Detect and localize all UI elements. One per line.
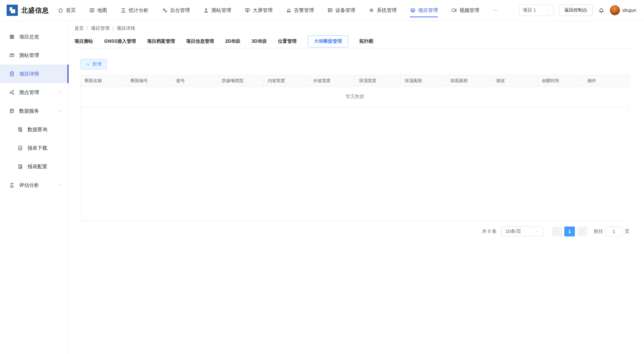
video-icon — [451, 7, 457, 13]
plus-icon — [86, 62, 90, 67]
main-content: 首页/项目管理/项目详情 项目测站GNSS接入管理项目档案管理项目信息管理2D布… — [69, 21, 644, 354]
bell-icon[interactable] — [598, 7, 605, 14]
tab-pane: 新增 断面名称断面编号桩号防渗墙类型内坡宽度外坡宽度坝顶宽度坝顶高程坝底高程描述… — [69, 48, 644, 236]
tab-项目档案管理[interactable]: 项目档案管理 — [147, 38, 175, 44]
tab-2D布设[interactable]: 2D布设 — [225, 38, 240, 44]
avatar[interactable] — [610, 5, 620, 15]
sidebar-item-label: 测点管理 — [19, 89, 39, 96]
screen-icon — [244, 7, 250, 13]
table-column-header: 断面名称 — [81, 75, 126, 86]
table-empty-row: 暂无数据 — [81, 86, 629, 107]
table-column-header: 坝底高程 — [446, 75, 492, 86]
sidebar-item-label: 数据服务 — [19, 108, 39, 114]
chart2-icon — [9, 182, 15, 188]
chevron-up-icon — [57, 109, 62, 113]
sidebar-item-report-download[interactable]: 报表下载 — [0, 139, 68, 157]
columns-icon — [9, 34, 15, 40]
table-column-header: 内坡宽度 — [264, 75, 309, 86]
table-column-header: 操作 — [583, 75, 629, 86]
nav-item-label: 项目管理 — [418, 7, 438, 14]
sidebar-item-label: 项目详情 — [19, 71, 39, 77]
table-column-header: 外坡宽度 — [309, 75, 355, 86]
more-icon — [493, 7, 498, 13]
tab-3D布设[interactable]: 3D布设 — [252, 38, 267, 44]
breadcrumb-item[interactable]: 首页 — [74, 25, 84, 31]
nav-item-more[interactable] — [493, 0, 498, 21]
tab-大坝断面管理[interactable]: 大坝断面管理 — [308, 35, 348, 47]
home-icon — [58, 7, 64, 13]
tab-位置管理[interactable]: 位置管理 — [278, 38, 297, 44]
sidebar-item-report-config[interactable]: 报表配置 — [0, 157, 68, 176]
sidebar-item-label: 数据查询 — [27, 126, 47, 133]
nav-item-stations[interactable]: 测站管理 — [203, 0, 231, 21]
table-column-header: 创建时间 — [538, 75, 583, 86]
sidebar-item-evaluation[interactable]: 评估分析 — [0, 176, 68, 194]
page-number-button[interactable]: 1 — [564, 227, 575, 236]
sidebar-item-label: 报表配置 — [27, 164, 47, 170]
nav-item-label: 首页 — [66, 7, 76, 14]
nav-item-label: 统计分析 — [129, 7, 149, 14]
table-column-header: 坝顶高程 — [401, 75, 446, 86]
sidebar-item-project-overview[interactable]: 项目总览 — [0, 27, 68, 46]
nav-item-bigscreen[interactable]: 大屏管理 — [244, 0, 273, 21]
tab-项目信息管理[interactable]: 项目信息管理 — [186, 38, 214, 44]
nav-item-devices[interactable]: 设备管理 — [327, 0, 355, 21]
page-size-select[interactable]: 10条/页 — [501, 227, 543, 236]
nav-item-video[interactable]: 视频管理 — [451, 0, 479, 21]
nav-item-label: 视频管理 — [459, 7, 479, 14]
project-select[interactable]: 项目 1 — [519, 5, 554, 16]
sidebar-item-label: 测站管理 — [19, 52, 39, 59]
goto-page-input[interactable] — [606, 227, 622, 236]
sidebar-item-point-mgmt[interactable]: 测点管理 — [0, 83, 68, 102]
table-column-header: 坝顶宽度 — [355, 75, 401, 86]
tab-bar: 项目测站GNSS接入管理项目档案管理项目信息管理2D布设3D布设位置管理大坝断面… — [74, 34, 632, 48]
sidebar-item-station-mgmt[interactable]: 测站管理 — [0, 46, 68, 65]
pagination-goto: 前往 页 — [594, 227, 629, 236]
tab-GNSS接入管理[interactable]: GNSS接入管理 — [104, 38, 136, 44]
nav-item-label: 系统管理 — [377, 7, 397, 14]
nav-item-backend[interactable]: 后台管理 — [162, 0, 190, 21]
nav-item-stats[interactable]: 统计分析 — [120, 0, 149, 21]
breadcrumb-separator: / — [87, 26, 88, 31]
topnav-right: 项目 1 返回控制台 shujun — [519, 5, 636, 16]
add-button-label: 新增 — [92, 61, 102, 67]
nav-item-home[interactable]: 首页 — [58, 0, 76, 21]
tab-拓扑图[interactable]: 拓扑图 — [360, 38, 373, 44]
chart-icon — [120, 7, 126, 13]
breadcrumb-item[interactable]: 项目管理 — [91, 25, 109, 31]
empty-text: 暂无数据 — [81, 86, 629, 107]
nav-item-alerts[interactable]: 告警管理 — [286, 0, 314, 21]
breadcrumb-separator: / — [112, 26, 114, 31]
chevron-down-icon — [545, 8, 550, 13]
username: shujun — [623, 8, 636, 13]
goto-label: 前往 — [594, 228, 603, 234]
sidebar-item-data-query[interactable]: 数据查询 — [0, 120, 68, 139]
breadcrumb-item[interactable]: 项目详情 — [117, 25, 135, 31]
nav-item-label: 设备管理 — [335, 7, 355, 14]
doc-download-icon — [17, 145, 23, 151]
topnav-items: 首页地图统计分析后台管理测站管理大屏管理告警管理设备管理系统管理项目管理视频管理 — [58, 0, 498, 21]
map-icon — [89, 7, 95, 13]
page-size-value: 10条/页 — [505, 228, 521, 234]
return-console-button[interactable]: 返回控制台 — [559, 5, 593, 16]
add-button[interactable]: 新增 — [80, 59, 107, 70]
sidebar-item-project-detail[interactable]: 项目详情 — [0, 65, 68, 83]
sidebar-item-data-service[interactable]: 数据服务 — [0, 102, 68, 120]
prev-page-button[interactable] — [552, 227, 562, 236]
brand: 北盛信息 — [7, 5, 49, 16]
nodes-icon — [9, 89, 15, 95]
sidebar-item-label: 项目总览 — [19, 34, 39, 40]
tab-项目测站[interactable]: 项目测站 — [74, 38, 93, 44]
nav-item-map[interactable]: 地图 — [89, 0, 107, 21]
next-page-button[interactable] — [577, 227, 587, 236]
sidebar: 项目总览测站管理项目详情测点管理数据服务数据查询报表下载报表配置评估分析 — [0, 21, 69, 354]
sidebar-item-label: 报表下载 — [27, 145, 47, 151]
brand-name: 北盛信息 — [21, 6, 49, 15]
nav-item-projects[interactable]: 项目管理 — [410, 0, 438, 21]
user-box[interactable]: shujun — [610, 5, 636, 15]
chevron-down-icon — [57, 90, 62, 95]
nav-item-system[interactable]: 系统管理 — [368, 0, 397, 21]
table-column-header: 断面编号 — [126, 75, 172, 86]
pagination-total: 共 0 条 — [482, 228, 496, 234]
nav-item-label: 告警管理 — [294, 7, 314, 14]
